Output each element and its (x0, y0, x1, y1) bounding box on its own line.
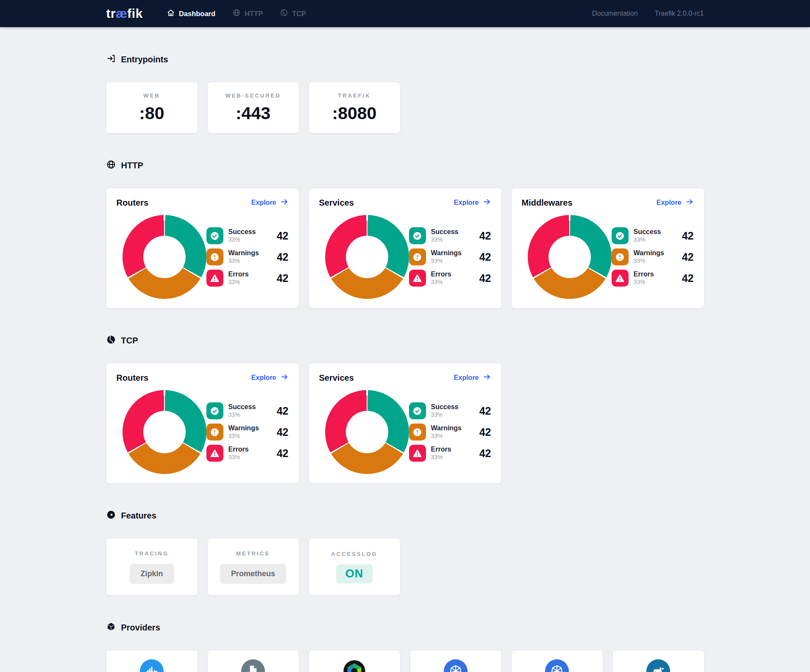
chart-card-title: Routers (117, 373, 149, 383)
stat-row-warnings: Warnings 33% 42 (409, 248, 491, 265)
stat-label: Success (431, 403, 474, 411)
entrypoint-card: WEB-SECURED :443 (208, 82, 299, 133)
stat-label: Errors (228, 270, 272, 279)
provider-card: Docker (106, 650, 198, 672)
entrypoints-row: WEB :80 WEB-SECURED :443 TRAEFIK :8080 (106, 82, 704, 133)
explore-label: Explore (657, 199, 682, 206)
stat-percentage: 33% (431, 257, 474, 265)
stat-text: Errors 33% (228, 445, 272, 461)
explore-link[interactable]: Explore (251, 198, 289, 208)
stat-label: Warnings (228, 249, 272, 257)
chart-card-body: Success 33% 42 Warnings 33% 42 (319, 390, 491, 474)
stats-list: Success 33% 42 Warnings 33% 42 (409, 227, 491, 287)
tcp-icon (280, 8, 288, 19)
nav-item-tcp[interactable]: TCP (280, 8, 306, 19)
stat-percentage: 33% (431, 279, 474, 286)
stat-percentage: 33% (431, 454, 474, 461)
explore-link[interactable]: Explore (657, 198, 694, 208)
success-icon (206, 402, 223, 419)
globe-icon (106, 160, 116, 171)
stat-row-warnings: Warnings 33% 42 (206, 248, 289, 265)
stat-label: Success (228, 228, 272, 236)
nav-right: Documentation Traefik 2.0.0-rc1 (592, 10, 704, 17)
explore-link[interactable]: Explore (454, 198, 491, 208)
chart-card-title: Services (319, 373, 354, 383)
section-title: Entrypoints (121, 55, 168, 64)
entrypoint-card: WEB :80 (106, 82, 198, 133)
error-icon (206, 445, 223, 462)
chart-card: Services Explore Success 33% 42 (309, 188, 501, 308)
chart-card-header: Routers Explore (117, 198, 289, 208)
stat-label: Errors (431, 270, 474, 279)
home-icon (167, 8, 175, 19)
section-title: Providers (121, 623, 160, 633)
nav-item-dashboard[interactable]: Dashboard (167, 8, 215, 19)
section-features-header: Features (106, 510, 704, 521)
stats-list: Success 33% 42 Warnings 33% 42 (206, 227, 289, 287)
nav-item-label: TCP (292, 10, 306, 18)
explore-label: Explore (251, 374, 276, 382)
stat-row-warnings: Warnings 33% 42 (612, 248, 694, 265)
stat-percentage: 33% (228, 236, 272, 244)
chart-card: Middlewares Explore Success 33% 42 (512, 188, 704, 308)
stat-value: 42 (682, 251, 694, 263)
documentation-link[interactable]: Documentation (592, 10, 638, 17)
version-label: Traefik 2.0.0-rc1 (655, 10, 704, 17)
nav-item-http[interactable]: HTTP (232, 8, 263, 19)
warning-icon (206, 248, 223, 265)
entrypoint-name: TRAEFIK (338, 92, 370, 99)
nav-item-label: Dashboard (179, 10, 215, 18)
stats-list: Success 33% 42 Warnings 33% 42 (612, 227, 694, 287)
http-cards-row: Routers Explore Success 33% 42 (106, 188, 704, 308)
stat-percentage: 33% (228, 432, 272, 440)
stat-value: 42 (682, 272, 694, 284)
feature-name: METRICS (236, 550, 270, 557)
donut-chart (528, 215, 612, 299)
stat-percentage: 33% (431, 411, 474, 419)
stat-value: 42 (479, 272, 491, 284)
chart-card-title: Services (319, 198, 354, 208)
stat-percentage: 33% (228, 279, 272, 286)
stat-text: Warnings 33% (431, 249, 474, 265)
stat-value: 42 (479, 426, 491, 438)
section-title: Features (121, 511, 156, 521)
entrypoint-card: TRAEFIK :8080 (309, 82, 400, 133)
rancher-icon (646, 659, 670, 672)
explore-label: Explore (251, 199, 276, 206)
logo-text: tr (106, 6, 116, 20)
file-icon (241, 659, 265, 672)
warning-icon (409, 248, 426, 265)
app-logo[interactable]: træfik (106, 6, 143, 21)
stat-label: Warnings (431, 249, 474, 257)
provider-card: File (208, 650, 299, 672)
stat-percentage: 33% (431, 236, 474, 244)
stat-label: Errors (228, 445, 272, 454)
stat-value: 42 (479, 405, 491, 417)
stat-value: 42 (479, 447, 491, 460)
stat-percentage: 33% (228, 454, 272, 461)
warning-icon (612, 248, 629, 265)
stat-percentage: 33% (634, 236, 677, 244)
feature-card: ACCESSLOG ON (309, 538, 400, 595)
donut-chart (122, 215, 206, 299)
stats-list: Success 33% 42 Warnings 33% 42 (409, 402, 491, 462)
stat-percentage: 33% (431, 432, 474, 440)
stat-value: 42 (479, 230, 491, 242)
stat-percentage: 33% (228, 411, 272, 419)
stat-row-warnings: Warnings 33% 42 (206, 424, 289, 441)
entrypoint-port: :443 (236, 103, 270, 123)
chart-card-title: Routers (117, 198, 149, 208)
explore-link[interactable]: Explore (454, 373, 491, 383)
error-icon (612, 270, 629, 287)
stat-text: Warnings 33% (634, 249, 677, 265)
stat-text: Warnings 33% (431, 424, 474, 440)
error-icon (409, 445, 426, 462)
marathon-icon (342, 659, 366, 672)
explore-link[interactable]: Explore (251, 373, 289, 383)
stat-label: Success (431, 228, 474, 236)
success-icon (409, 402, 426, 419)
kubernetes-icon (444, 659, 468, 672)
stats-list: Success 33% 42 Warnings 33% 42 (206, 402, 289, 462)
stat-value: 42 (682, 230, 694, 242)
warning-icon (409, 424, 426, 441)
